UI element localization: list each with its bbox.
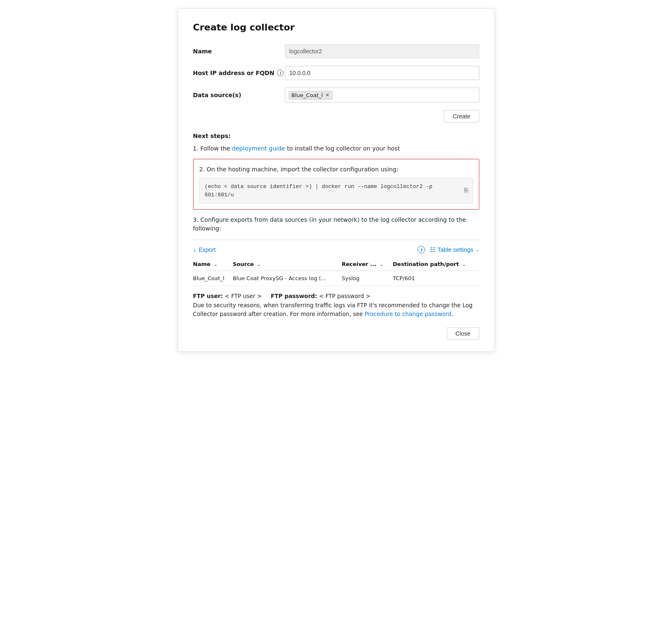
- create-btn-row: Create: [193, 110, 479, 123]
- host-info-icon[interactable]: i: [277, 70, 284, 76]
- table-settings-chevron: ⌄: [476, 247, 479, 253]
- step2-title: 2. On the hosting machine, import the co…: [199, 165, 473, 174]
- table-settings-button[interactable]: ☷ Table settings ⌄: [430, 246, 479, 253]
- create-log-collector-modal: Create log collector Name Host IP addres…: [178, 8, 495, 352]
- copy-icon[interactable]: ⎘: [464, 186, 468, 196]
- next-steps-title: Next steps:: [193, 133, 479, 139]
- row-source: Blue Coat ProxySG - Access log (...: [233, 271, 342, 286]
- steps-list: 1. Follow the deployment guide to instal…: [193, 144, 479, 233]
- host-row: Host IP address or FQDN i: [193, 66, 479, 80]
- table-header: Name ⌄ Source ⌄ Receiver ... ⌄ Destinati…: [193, 258, 479, 271]
- step1-suffix: to install the log collector on your hos…: [285, 145, 400, 152]
- export-button[interactable]: ↓ Export: [193, 246, 216, 253]
- ftp-section: FTP user: < FTP user > FTP password: < F…: [193, 292, 479, 319]
- name-row: Name: [193, 44, 479, 58]
- table-info-icon[interactable]: i: [418, 246, 425, 253]
- ftp-password-value: < FTP password >: [319, 293, 371, 299]
- table-body: Blue_Coat_l Blue Coat ProxySG - Access l…: [193, 271, 479, 286]
- ftp-user-value: < FTP user >: [225, 293, 262, 299]
- ftp-user-label: FTP user:: [193, 293, 223, 299]
- col-name[interactable]: Name ⌄: [193, 258, 233, 271]
- divider: [193, 240, 479, 240]
- code-text: (echo < data source identifier >) | dock…: [205, 183, 456, 199]
- datasource-label: Data source(s): [193, 92, 285, 98]
- procedure-link[interactable]: Procedure to change password: [365, 311, 451, 317]
- deployment-guide-link[interactable]: deployment guide: [232, 145, 285, 152]
- col-name-sort: ⌄: [214, 262, 217, 267]
- step2-box: 2. On the hosting machine, import the co…: [193, 159, 479, 210]
- col-source-sort: ⌄: [257, 262, 261, 267]
- footer-row: Close: [193, 327, 479, 340]
- step1: 1. Follow the deployment guide to instal…: [193, 144, 479, 153]
- step1-prefix: 1. Follow the: [193, 145, 232, 152]
- row-destination: TCP/601: [393, 271, 479, 286]
- step2: 2. On the hosting machine, import the co…: [193, 159, 479, 210]
- page-title: Create log collector: [193, 22, 479, 33]
- ftp-period: .: [451, 311, 453, 317]
- toolbar: ↓ Export i ☷ Table settings ⌄: [193, 246, 479, 253]
- table-row: Blue_Coat_l Blue Coat ProxySG - Access l…: [193, 271, 479, 286]
- datasource-tag-label: Blue_Coat_l: [292, 92, 323, 98]
- data-table: Name ⌄ Source ⌄ Receiver ... ⌄ Destinati…: [193, 258, 479, 286]
- col-destination-sort: ⌄: [462, 262, 466, 267]
- datasource-tag: Blue_Coat_l ✕: [289, 91, 333, 100]
- export-icon: ↓: [193, 246, 196, 253]
- name-label: Name: [193, 48, 285, 55]
- step3: 3. Configure exports from data sources (…: [193, 216, 479, 233]
- col-receiver[interactable]: Receiver ... ⌄: [342, 258, 393, 271]
- name-input[interactable]: [285, 44, 479, 58]
- close-button[interactable]: Close: [447, 327, 479, 340]
- export-label: Export: [199, 246, 216, 253]
- col-receiver-sort: ⌄: [380, 262, 383, 267]
- datasource-field[interactable]: Blue_Coat_l ✕: [285, 88, 479, 103]
- toolbar-right: i ☷ Table settings ⌄: [418, 246, 479, 253]
- code-block: (echo < data source identifier >) | dock…: [199, 178, 473, 203]
- table-settings-icon: ☷: [430, 246, 435, 253]
- table-settings-label: Table settings: [438, 246, 473, 253]
- ftp-description: Due to security reasons, when transferri…: [193, 301, 479, 319]
- col-destination[interactable]: Destination path/port ⌄: [393, 258, 479, 271]
- datasource-tag-close[interactable]: ✕: [325, 93, 330, 98]
- create-button[interactable]: Create: [444, 110, 479, 123]
- col-source[interactable]: Source ⌄: [233, 258, 342, 271]
- datasource-row: Data source(s) Blue_Coat_l ✕: [193, 88, 479, 103]
- host-label: Host IP address or FQDN i: [193, 70, 285, 76]
- row-receiver: Syslog: [342, 271, 393, 286]
- row-name: Blue_Coat_l: [193, 271, 233, 286]
- host-input[interactable]: [285, 66, 479, 80]
- ftp-credentials: FTP user: < FTP user > FTP password: < F…: [193, 292, 479, 301]
- ftp-password-label: FTP password:: [271, 293, 317, 299]
